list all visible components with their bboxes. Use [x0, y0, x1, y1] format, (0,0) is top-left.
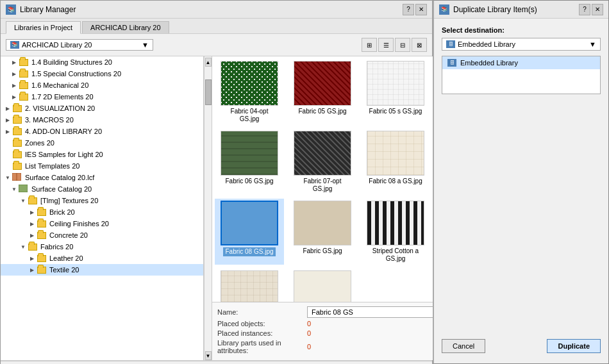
- expander-tlmg: ▼: [19, 198, 28, 204]
- tree-item-2d[interactable]: ▶ 1.7 2D Elements 20: [1, 91, 203, 103]
- thumbnail-label-fabric-07: Fabric 07-opt GS.jpg: [294, 178, 351, 193]
- expander-leather: ▶: [28, 256, 37, 261]
- folder-icon-list: [12, 161, 22, 170]
- expander-vis: ▶: [3, 106, 12, 112]
- thumbnail-fabric-05[interactable]: Fabric 05 GS.jpg: [288, 59, 357, 125]
- destination-list-item-label: Embedded Library: [460, 59, 518, 67]
- toolbar-btn-1[interactable]: ⊞: [362, 38, 377, 52]
- tab-libraries-in-project[interactable]: Libraries in Project: [6, 21, 81, 34]
- close-btn[interactable]: ✕: [415, 4, 427, 15]
- tree-panel: ▶ 1.4 Building Structures 20 ▶ 1.5 Speci…: [1, 56, 204, 360]
- thumbnail-extra1[interactable]: [215, 269, 284, 302]
- tree-label-visualization: 2. VISUALIZATION 20: [25, 104, 95, 112]
- expander-2d: ▶: [10, 94, 19, 100]
- thumbnail-fabric-gs[interactable]: Fabric GS.jpg: [288, 199, 357, 265]
- library-manager-window: 📚 Library Manager ? ✕ Libraries in Proje…: [0, 0, 433, 364]
- tree-item-mechanical[interactable]: ▶ 1.6 Mechanical 20: [1, 79, 203, 91]
- window-title: Library Manager: [20, 5, 76, 14]
- destination-list-item-embedded[interactable]: 🗄 Embedded Library: [442, 56, 600, 69]
- thumbnail-label-fabric-05s: Fabric 05 s GS.jpg: [369, 108, 422, 115]
- tree-item-concrete[interactable]: ▶ Concrete 20: [1, 229, 203, 241]
- tree-item-brick[interactable]: ▶ Brick 20: [1, 206, 203, 218]
- destination-list-item-icon: 🗄: [447, 59, 456, 67]
- duplicate-button[interactable]: Duplicate: [547, 339, 601, 353]
- thumbnail-extra2[interactable]: [288, 269, 357, 302]
- tree-item-building-structures[interactable]: ▶ 1.4 Building Structures 20: [1, 56, 203, 68]
- scroll-down-arrow[interactable]: ▼: [205, 351, 212, 360]
- thumbnail-fabric-05s[interactable]: Fabric 05 s GS.jpg: [361, 59, 430, 125]
- folder-icon-fabrics: [28, 242, 38, 251]
- library-dropdown-bar: 📚 ARCHICAD Library 20 ▼ ⊞ ☰ ⊟ ⊠: [1, 34, 432, 56]
- tree-item-zones[interactable]: Zones 20: [1, 137, 203, 149]
- dialog-title-left: 📚 Duplicate Library Item(s): [439, 4, 537, 15]
- thumbnail-fabric-08a[interactable]: Fabric 08 a GS.jpg: [361, 129, 430, 195]
- placed-instances-label: Placed instances:: [217, 329, 307, 337]
- cancel-button[interactable]: Cancel: [442, 339, 485, 353]
- tree-item-surface-lcf[interactable]: ▼ Surface Catalog 20.lcf: [1, 172, 203, 183]
- thumbnail-fabric-07[interactable]: Fabric 07-opt GS.jpg: [288, 129, 357, 195]
- scroll-up-arrow[interactable]: ▲: [205, 58, 212, 67]
- thumbnail-striped-cotton[interactable]: Striped Cotton a GS.jpg: [361, 199, 430, 265]
- tree-item-ies[interactable]: IES Samples for Light 20: [1, 149, 203, 160]
- tree-item-visualization[interactable]: ▶ 2. VISUALIZATION 20: [1, 103, 203, 114]
- thumbnail-img-striped-cotton: [367, 201, 424, 245]
- dialog-help-btn[interactable]: ?: [579, 4, 590, 15]
- library-dropdown[interactable]: 📚 ARCHICAD Library 20 ▼: [6, 39, 153, 51]
- title-bar-controls: ? ✕: [403, 4, 427, 15]
- dialog-close-btn[interactable]: ✕: [592, 4, 603, 15]
- tree-item-macros[interactable]: ▶ 3. MACROS 20: [1, 114, 203, 126]
- expander-special: ▶: [10, 71, 19, 77]
- thumbnail-img-fabric-07: [294, 131, 351, 176]
- tree-label-surface-lcf: Surface Catalog 20.lcf: [25, 174, 94, 181]
- tree-item-leather[interactable]: ▶ Leather 20: [1, 252, 203, 264]
- tree-label-textile: Textile 20: [49, 266, 79, 274]
- tree-item-ceiling-finishes[interactable]: ▶ Ceiling Finishes 20: [1, 218, 203, 229]
- thumbnail-label-fabric-08a: Fabric 08 a GS.jpg: [369, 178, 422, 185]
- name-input[interactable]: [307, 306, 435, 318]
- folder-icon-macros: [12, 115, 22, 124]
- scroll-thumb[interactable]: [205, 79, 212, 105]
- tree-label-tlmg-textures: [Tlmg] Textures 20: [40, 197, 98, 204]
- tree-scroll-wrap: ▶ 1.4 Building Structures 20 ▶ 1.5 Speci…: [1, 56, 212, 360]
- surface-icon: [19, 185, 29, 194]
- tree-label-ies: IES Samples for Light 20: [25, 151, 103, 158]
- folder-icon-zones: [12, 138, 22, 147]
- thumbnail-fabric-04[interactable]: Fabric 04-opt GS.jpg: [215, 59, 284, 125]
- library-icon: 📚: [6, 4, 16, 15]
- tree-item-addon[interactable]: ▶ 4. ADD-ON LIBRARY 20: [1, 126, 203, 137]
- tree-scrollbar[interactable]: ▲ ▼: [204, 56, 212, 360]
- tree-item-list-templates[interactable]: List Templates 20: [1, 160, 203, 172]
- info-row-placed-instances: Placed instances: 0: [217, 329, 435, 337]
- thumbnail-fabric-08-sel[interactable]: Fabric 08 GS.jpg: [215, 199, 284, 265]
- expander-macros: ▶: [3, 117, 12, 123]
- destination-dropdown-arrow: ▼: [589, 40, 596, 48]
- library-parts-value: 0: [307, 343, 311, 351]
- toolbar-btn-4[interactable]: ⊠: [412, 38, 427, 52]
- help-btn[interactable]: ?: [403, 4, 414, 15]
- toolbar-btn-2[interactable]: ☰: [378, 38, 394, 52]
- tree-item-special-constructions[interactable]: ▶ 1.5 Special Constructions 20: [1, 68, 203, 79]
- folder-icon-concrete: [37, 231, 47, 240]
- tree-label-list-templates: List Templates 20: [25, 162, 79, 170]
- dialog-icon: 📚: [439, 4, 449, 15]
- tree-item-surface-catalog[interactable]: ▼ Surface Catalog 20: [1, 183, 203, 195]
- bottom-toolbar: ℹ: [1, 360, 432, 364]
- folder-icon-2d: [19, 92, 29, 101]
- folder-icon-ceiling: [37, 219, 47, 228]
- thumbnail-label-fabric-06: Fabric 06 GS.jpg: [225, 178, 273, 185]
- tree-item-tlmg-textures[interactable]: ▼ [Tlmg] Textures 20: [1, 195, 203, 206]
- destination-dropdown[interactable]: 🗄 Embedded Library ▼: [442, 38, 601, 51]
- dropdown-value: ARCHICAD Library 20: [22, 41, 92, 49]
- tree-item-textile[interactable]: ▶ Textile 20: [1, 264, 203, 276]
- tree-item-fabrics[interactable]: ▼ Fabrics 20: [1, 241, 203, 252]
- tree-label-special-constructions: 1.5 Special Constructions 20: [31, 70, 121, 78]
- library-parts-label: Library parts used in attributes:: [217, 339, 307, 354]
- thumbnail-fabric-06[interactable]: Fabric 06 GS.jpg: [215, 129, 284, 195]
- tree-label-mechanical: 1.6 Mechanical 20: [31, 81, 88, 89]
- toolbar-btn-3[interactable]: ⊟: [395, 38, 410, 52]
- expander-surface-catalog: ▼: [10, 186, 19, 192]
- thumbnail-label-fabric-gs: Fabric GS.jpg: [303, 247, 342, 255]
- tab-bar: Libraries in Project ARCHICAD Library 20: [1, 19, 432, 34]
- tab-archicad-library[interactable]: ARCHICAD Library 20: [82, 21, 169, 33]
- select-destination-label: Select destination:: [442, 26, 601, 34]
